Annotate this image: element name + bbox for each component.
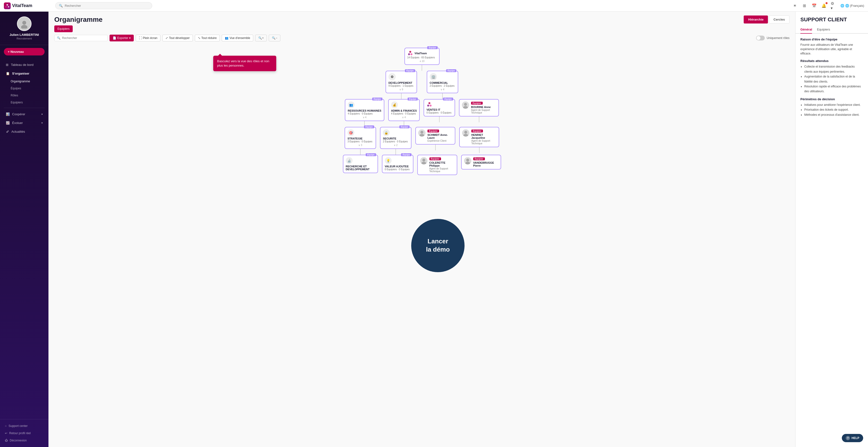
collapse-icon: ⤡ [198, 36, 200, 40]
dev-expand[interactable]: ∨ 9 [389, 88, 414, 91]
tab-general[interactable]: Général [800, 26, 812, 34]
sidebar-item-equipes[interactable]: Équipes [2, 85, 46, 92]
level2-col-2: Équipe VENTES IT 0 Équipiers · 0 [424, 99, 455, 122]
rh-expand[interactable]: ∨ 4 [348, 116, 381, 119]
com-expand[interactable]: ∨ 4 [430, 88, 455, 91]
sidebar-item-evoluer[interactable]: 📈 Évoluer ▾ [2, 119, 46, 127]
brightness-icon[interactable]: ☀ [792, 3, 798, 9]
node-colerette[interactable]: Équipier COLERETTE Philippe Agent de Sup… [417, 155, 457, 175]
deconnexion-link[interactable]: ⏻ Déconnexion [2, 437, 46, 444]
sidebar-bottom: ○ Support center ↩ Retour profil réel ⏻ … [0, 419, 49, 447]
sidebar-item-equipiers[interactable]: Equipiers [2, 99, 46, 106]
admin-expand[interactable]: ∨ 4 [391, 116, 417, 119]
svg-point-9 [428, 102, 430, 104]
cv-vit [439, 116, 440, 122]
vandebrugge-name: VANDEBRUGGE Pierre [473, 161, 498, 167]
layout-icon[interactable]: ⊞ [802, 3, 807, 9]
help-button[interactable]: ? HELP [842, 434, 863, 442]
rh-sub: 4 Équipiers · 0 Équipes [348, 112, 381, 115]
node-badge-admin: Équipe [408, 98, 418, 101]
node-rh[interactable]: Équipe 👥 RESSOURCES HUMAINES 4 Équipiers… [345, 99, 384, 121]
demo-overlay[interactable]: Lancerla démo [411, 219, 465, 272]
tab-equipiers[interactable]: Equipiers [817, 26, 830, 34]
org-canvas[interactable]: Lancerla démo Équipe [49, 44, 795, 447]
node-strategie[interactable]: Équipe 🎯 STRATEGIE 3 Équipiers · 0 Équip… [345, 127, 376, 149]
node-securite[interactable]: Équipe 🔒 SECURITE 2 Équipiers · 0 Équipe… [380, 127, 411, 149]
node-bourine[interactable]: Équipier BOURINE Anne Agent de Support T… [459, 99, 499, 116]
cv-sec [396, 149, 396, 155]
node-commercial[interactable]: Équipe 🏢 COMMERCIAL 2 Équipiers · 2 Équi… [427, 71, 458, 93]
svg-point-0 [6, 4, 8, 6]
org-search[interactable]: 🔍 [54, 35, 107, 41]
sidebar-user: Julien LAMBERTINI Recrutement [0, 12, 49, 45]
sidebar-item-cooperer[interactable]: 📊 Coopérer ▾ [2, 110, 46, 118]
organiser-icon: 📋 [6, 72, 10, 75]
schmidt-badge: Équipier [428, 130, 439, 133]
vandebrugge-info: Équipier VANDEBRUGGE Pierre [473, 157, 498, 167]
strat-expand[interactable]: ∨ 3 [347, 144, 373, 146]
global-search[interactable]: 🔍 [55, 2, 152, 9]
list-item: Priorisation des tickets de support. [804, 107, 863, 112]
new-button[interactable]: + Nouveau [4, 48, 44, 56]
collapse-all-button[interactable]: ⤡ Tout réduire [195, 35, 220, 41]
notifications-icon[interactable]: 🔔 [821, 3, 827, 9]
level1-row: Équipe ⚙ DEVELOPPEMENT 9 Équipiers · 1 É… [385, 71, 458, 99]
level2-col-1: Équipe 💰 ADMIN & FINANCES 4 Équipiers · … [388, 99, 420, 127]
fullscreen-icon: ⛶ [139, 36, 142, 40]
org-header: Organigramme Hiérarchie Cercles [49, 12, 795, 24]
list-item: Collecte et transmission des feedbacks c… [804, 64, 863, 74]
fullscreen-button[interactable]: ⛶ Plein écran [136, 35, 160, 41]
org-toolbar: 🔍 📄 Exporter ▾ ⛶ Plein écran ⤢ Tout déve… [49, 32, 795, 44]
sec-expand[interactable]: ∨ 2 [383, 144, 408, 146]
node-developpement[interactable]: Équipe ⚙ DEVELOPPEMENT 9 Équipiers · 1 É… [385, 71, 417, 93]
svg-point-10 [427, 105, 429, 107]
list-item: Méthodes et processus d'assistance clien… [804, 112, 863, 117]
settings-icon[interactable]: ⚙ ▾ [831, 3, 837, 9]
zoom-in-button[interactable]: 🔍+ [255, 35, 267, 41]
retour-profil-link[interactable]: ↩ Retour profil réel [2, 429, 46, 437]
content-area: Organigramme Hiérarchie Cercles Equipier… [49, 12, 868, 447]
node-rd[interactable]: Équipe 🔬 RECHERCHE ET DEVELOPPEMENT [343, 155, 378, 173]
export-button[interactable]: 📄 Exporter ▾ [110, 35, 134, 41]
bourine-sub: Agent de Support Technique [471, 109, 496, 114]
evoluer-icon: 📈 [6, 121, 10, 125]
level1-col-1: Équipe 🏢 COMMERCIAL 2 Équipiers · 2 Équi… [427, 71, 458, 99]
node-ventes-it[interactable]: Équipe VENTES IT 0 Équipiers · 0 [424, 99, 455, 116]
calendar-icon[interactable]: 📅 [811, 3, 817, 9]
root-node-expand[interactable]: ∧ 10 [407, 60, 437, 63]
expand-all-button[interactable]: ⤢ Tout développer [162, 35, 193, 41]
sidebar-item-tableau-de-bord[interactable]: ⊞ Tableau de bord [2, 61, 46, 69]
node-admin[interactable]: Équipe 💰 ADMIN & FINANCES 4 Équipiers · … [388, 99, 420, 121]
panel-tabs: Général Equipiers [796, 26, 868, 34]
hierarchy-view-button[interactable]: Hiérarchie [744, 15, 768, 24]
svg-point-22 [422, 159, 425, 162]
circles-view-button[interactable]: Cercles [769, 15, 789, 24]
cooperer-icon: 📊 [6, 112, 10, 116]
node-vandebrugge[interactable]: Équipier VANDEBRUGGE Pierre [461, 155, 501, 170]
language-selector[interactable]: 🌐 🌐 (Français) [840, 4, 864, 7]
app-logo[interactable]: VitalTeam [4, 2, 52, 9]
org-search-input[interactable] [62, 36, 105, 40]
overview-button[interactable]: 👥 Vue d'ensemble [222, 35, 253, 41]
vit-logo [427, 101, 432, 107]
list-item: Résolution rapide et efficace des problè… [804, 84, 863, 94]
sidebar-item-s-organiser[interactable]: 📋 S'organiser [2, 69, 46, 78]
node-henriet[interactable]: Équipier HENRIET Jacqueline Agent de Sup… [459, 127, 499, 147]
dashboard-icon: ⊞ [6, 63, 8, 67]
sidebar-item-roles[interactable]: Rôles [2, 92, 46, 99]
svg-point-6 [409, 51, 411, 53]
equipiers-button[interactable]: Equipiers [54, 26, 73, 32]
rh-name: RESSOURCES HUMAINES [348, 109, 381, 112]
raison-text: Fournir aux utilisateurs de VitalTeam un… [800, 43, 863, 56]
sidebar-item-organigramme[interactable]: Organigramme [2, 78, 46, 85]
zoom-out-button[interactable]: 🔍− [269, 35, 280, 41]
node-vitalteam[interactable]: Équipe VitalTeam [404, 48, 440, 65]
node-va[interactable]: Équipe 💡 VALEUR AJOUTEE 0 Équipiers · 0 … [382, 155, 413, 173]
roles-toggle[interactable] [756, 36, 765, 40]
sidebar-item-actualites[interactable]: 🗞 Actualités [2, 127, 46, 136]
sidebar-user-role: Recrutement [17, 37, 32, 40]
node-schmidt[interactable]: Équipier SCHMIDT Anne-Laure Expérience C… [415, 127, 455, 144]
rd-badge: Équipe [366, 153, 376, 156]
support-center-link[interactable]: ○ Support center [2, 422, 46, 429]
search-input[interactable] [65, 4, 149, 7]
